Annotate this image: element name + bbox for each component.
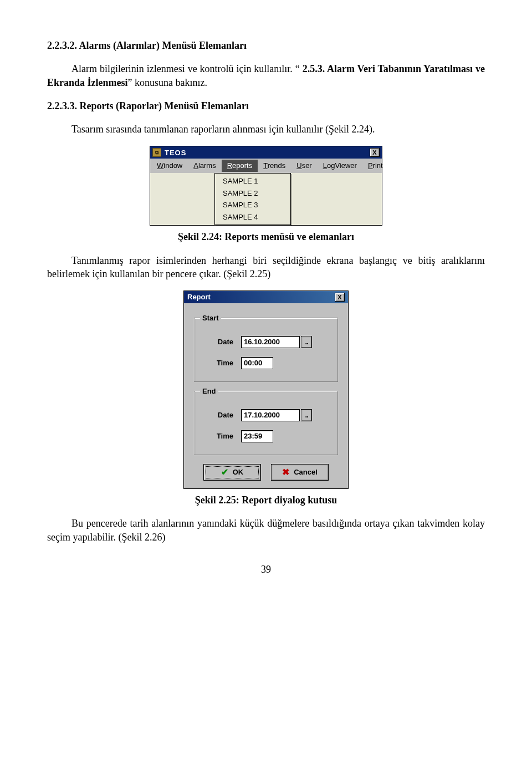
start-date-label: Date	[202, 337, 241, 347]
end-time-label: Time	[202, 431, 241, 441]
dropdown-item-sample4[interactable]: SAMPLE 4	[215, 211, 290, 223]
menu-user[interactable]: User	[291, 160, 317, 172]
end-time-input[interactable]: 23:59	[241, 430, 273, 442]
report-titlebar: Report X	[184, 291, 348, 303]
ok-button-label: OK	[233, 467, 244, 477]
menu-reports[interactable]: Reports	[222, 160, 258, 172]
para-after-fig25: Bu pencerede tarih alanlarının yanındaki…	[47, 517, 485, 544]
start-legend: Start	[200, 313, 221, 323]
end-legend: End	[200, 386, 218, 396]
report-title: Report	[187, 292, 334, 302]
report-dialog: Report X Start Date 16.10.2000 .. Time 0…	[183, 290, 349, 489]
menu-window[interactable]: Window	[151, 160, 188, 172]
teos-window: ⧉ TEOS X Window Alarms Reports Trends Us…	[150, 146, 382, 226]
page-number: 39	[47, 563, 485, 576]
start-date-input[interactable]: 16.10.2000	[241, 336, 300, 348]
end-date-input[interactable]: 17.10.2000	[241, 409, 300, 421]
start-groupbox: Start Date 16.10.2000 .. Time 00:00	[194, 318, 338, 382]
reports-dropdown: SAMPLE 1 SAMPLE 2 SAMPLE 3 SAMPLE 4	[214, 173, 291, 225]
teos-titlebar: ⧉ TEOS X	[150, 146, 382, 159]
menu-trends[interactable]: Trends	[258, 160, 291, 172]
section-heading-2: 2.2.3.3. Reports (Raporlar) Menüsü Elema…	[47, 99, 485, 113]
end-date-label: Date	[202, 410, 241, 420]
menu-alarms[interactable]: Alarms	[188, 160, 221, 172]
report-close-button[interactable]: X	[335, 293, 345, 302]
end-groupbox: End Date 17.10.2000 .. Time 23:59	[194, 391, 338, 455]
para-after-fig24: Tanımlanmış rapor isimlerinden herhangi …	[47, 254, 485, 281]
dropdown-item-sample1[interactable]: SAMPLE 1	[215, 175, 290, 187]
teos-title: TEOS	[165, 148, 369, 158]
ok-button[interactable]: ✔ OK	[203, 464, 261, 481]
x-icon: ✖	[282, 466, 289, 478]
teos-menubar: Window Alarms Reports Trends User LogVie…	[150, 159, 382, 173]
dropdown-item-sample3[interactable]: SAMPLE 3	[215, 199, 290, 211]
figure-caption-25: Şekil 2.25: Report diyalog kutusu	[47, 493, 485, 507]
menu-print[interactable]: Print	[362, 160, 388, 172]
cancel-button[interactable]: ✖ Cancel	[271, 464, 329, 481]
teos-app-icon: ⧉	[152, 148, 161, 157]
para-2: Tasarım sırasında tanımlanan raporların …	[47, 123, 485, 136]
para-1: Alarm bilgilerinin izlenmesi ve kontrolü…	[47, 62, 485, 89]
start-time-label: Time	[202, 358, 241, 368]
start-time-input[interactable]: 00:00	[241, 357, 273, 369]
figure-caption-24: Şekil 2.24: Reports menüsü ve elemanları	[47, 230, 485, 243]
cancel-button-label: Cancel	[294, 467, 318, 477]
dropdown-item-sample2[interactable]: SAMPLE 2	[215, 187, 290, 200]
teos-close-button[interactable]: X	[370, 148, 380, 157]
check-icon: ✔	[221, 466, 228, 478]
end-date-picker-button[interactable]: ..	[301, 409, 312, 421]
section-heading-1: 2.2.3.2. Alarms (Alarmlar) Menüsü Eleman…	[47, 39, 485, 52]
menu-logviewer[interactable]: LogViewer	[318, 160, 362, 172]
start-date-picker-button[interactable]: ..	[301, 336, 312, 348]
